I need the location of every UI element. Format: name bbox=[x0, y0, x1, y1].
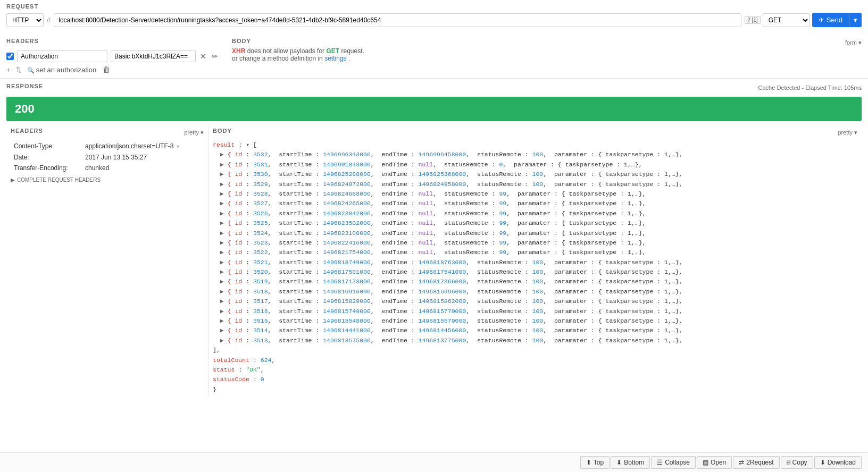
send-dropdown-button[interactable]: ▾ bbox=[849, 13, 862, 27]
resp-header-key-transfer-encoding: Transfer-Encoding: bbox=[12, 163, 82, 173]
complete-headers-toggle[interactable]: ▶ COMPLETE REQUEST HEADERS bbox=[11, 177, 204, 183]
url-section: REQUEST HTTP HTTPS // ? [1] GET POST PUT… bbox=[0, 0, 868, 35]
get-method-text: GET bbox=[326, 47, 339, 55]
delete-headers-button[interactable]: 🗑 bbox=[102, 64, 111, 75]
header-key-input-0[interactable] bbox=[17, 50, 107, 62]
body-section-label: BODY bbox=[232, 38, 364, 44]
response-header-bar: RESPONSE Cache Detected - Elapsed Time: … bbox=[6, 83, 862, 92]
resp-body-panel: BODY pretty ▾ result : ▾ [ ▶ { id : 3532… bbox=[208, 125, 862, 397]
protocol-select[interactable]: HTTP HTTPS bbox=[6, 13, 44, 27]
send-icon: ✈ bbox=[819, 16, 824, 24]
resp-body-label: BODY bbox=[213, 128, 232, 134]
request-label: REQUEST bbox=[6, 3, 862, 10]
complete-headers-arrow: ▶ bbox=[11, 177, 15, 183]
resp-header-val-date: 2017 Jun 13 15:35:27 bbox=[83, 153, 203, 162]
status-bar: 200 bbox=[6, 97, 862, 121]
response-section: RESPONSE Cache Detected - Elapsed Time: … bbox=[0, 79, 868, 397]
header-edit-button-0[interactable]: ✏ bbox=[211, 51, 219, 62]
resp-header-row-transfer-encoding: Transfer-Encoding: chunked bbox=[12, 163, 203, 173]
settings-link[interactable]: settings bbox=[324, 55, 346, 62]
params-badge: ? [1] bbox=[745, 16, 760, 24]
resp-header-row-content-type: Content-Type: application/json;charset=U… bbox=[12, 141, 203, 151]
resp-body-pretty-btn[interactable]: pretty ▾ bbox=[838, 129, 857, 136]
resp-header-val-transfer-encoding: chunked bbox=[83, 163, 203, 173]
url-input[interactable] bbox=[54, 13, 741, 27]
body-notice-text1: does not allow payloads for bbox=[247, 47, 327, 55]
resp-headers-pretty-btn[interactable]: pretty ▾ bbox=[184, 129, 204, 136]
resp-headers-label: HEADERS bbox=[11, 128, 43, 134]
headers-section: HEADERS form ▾ ✕ ✏ + ⇅ set an authorizat… bbox=[0, 35, 868, 78]
resp-headers-top: HEADERS pretty ▾ bbox=[11, 128, 204, 137]
body-notice: XHR does not allow payloads for GET requ… bbox=[232, 47, 364, 62]
resp-headers-table: Content-Type: application/json;charset=U… bbox=[11, 140, 204, 174]
resp-header-key-content-type: Content-Type: bbox=[12, 141, 82, 151]
response-label: RESPONSE bbox=[6, 83, 43, 89]
header-checkbox-0[interactable] bbox=[6, 53, 14, 60]
send-group: ✈ Send ▾ bbox=[812, 13, 862, 27]
body-notice-area: BODY XHR does not allow payloads for GET… bbox=[223, 35, 373, 65]
header-clear-button-0[interactable]: ✕ bbox=[199, 51, 207, 62]
resp-header-val-content-type: application/json;charset=UTF-8 bbox=[85, 142, 173, 150]
sort-headers-icon[interactable]: ⇅ bbox=[16, 66, 22, 74]
resp-body-scroll[interactable]: result : ▾ [ ▶ { id : 3532, startTime : … bbox=[213, 140, 857, 394]
add-header-icon[interactable]: + bbox=[6, 66, 11, 74]
body-notice-text2: request. bbox=[341, 47, 364, 55]
headers-top: HEADERS form ▾ bbox=[6, 38, 862, 47]
send-button[interactable]: ✈ Send bbox=[812, 13, 849, 27]
body-notice-text3: or change a method definition in bbox=[232, 55, 324, 62]
protocol-separator: // bbox=[47, 16, 51, 24]
resp-headers-panel: HEADERS pretty ▾ Content-Type: applicati… bbox=[6, 125, 208, 397]
xhr-text: XHR bbox=[232, 47, 245, 55]
set-auth-link[interactable]: set an authorization bbox=[27, 66, 97, 74]
body-notice-text4: . bbox=[348, 55, 350, 62]
elapsed-time: Cache Detected - Elapsed Time: 105ms bbox=[758, 85, 862, 91]
resp-body-top: BODY pretty ▾ bbox=[213, 128, 857, 137]
method-select[interactable]: GET POST PUT DELETE PATCH HEAD OPTIONS bbox=[763, 13, 810, 27]
json-body: result : ▾ [ ▶ { id : 3532, startTime : … bbox=[213, 140, 857, 394]
resp-header-row-date: Date: 2017 Jun 13 15:35:27 bbox=[12, 153, 203, 162]
url-bar: HTTP HTTPS // ? [1] GET POST PUT DELETE … bbox=[6, 13, 862, 27]
headers-actions: + ⇅ set an authorization 🗑 bbox=[6, 64, 862, 75]
req-left-area: HEADERS form ▾ ✕ ✏ + ⇅ set an authorizat… bbox=[0, 35, 868, 78]
header-row-0: ✕ ✏ bbox=[6, 50, 862, 62]
resp-header-key-date: Date: bbox=[12, 153, 82, 162]
form-dropdown[interactable]: form ▾ bbox=[845, 39, 862, 46]
headers-label: HEADERS bbox=[6, 38, 39, 44]
status-code: 200 bbox=[15, 102, 35, 115]
request-body-area: HEADERS form ▾ ✕ ✏ + ⇅ set an authorizat… bbox=[0, 35, 868, 78]
content-type-chevron[interactable]: ▾ bbox=[176, 142, 180, 150]
header-val-input-0[interactable] bbox=[111, 50, 196, 62]
complete-headers-label: COMPLETE REQUEST HEADERS bbox=[17, 177, 101, 183]
response-content: HEADERS pretty ▾ Content-Type: applicati… bbox=[6, 125, 862, 397]
